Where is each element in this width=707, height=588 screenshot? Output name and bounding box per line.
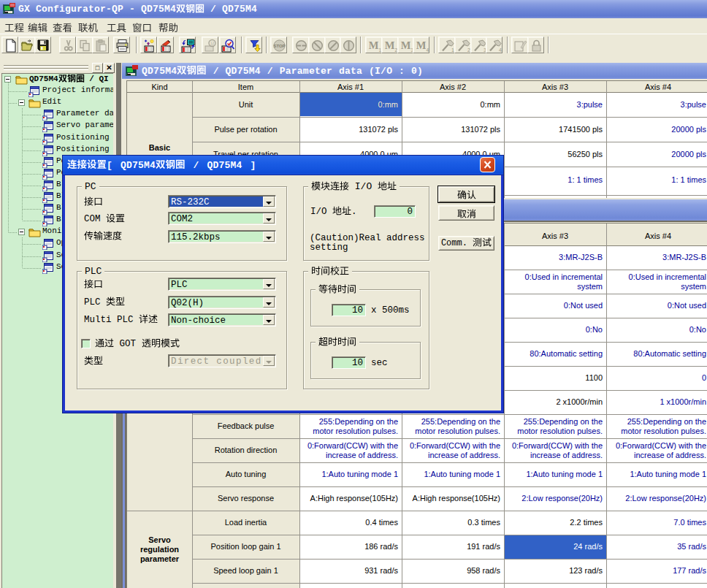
svg-text:4: 4: [427, 47, 429, 53]
svg-text:12: 12: [210, 41, 215, 45]
svg-text:4: 4: [499, 47, 502, 53]
svg-text:STOP: STOP: [273, 44, 285, 48]
svg-text:M: M: [385, 39, 395, 51]
svg-text:M: M: [369, 39, 379, 51]
svg-text:M: M: [400, 39, 410, 51]
svg-text:M: M: [416, 39, 427, 51]
